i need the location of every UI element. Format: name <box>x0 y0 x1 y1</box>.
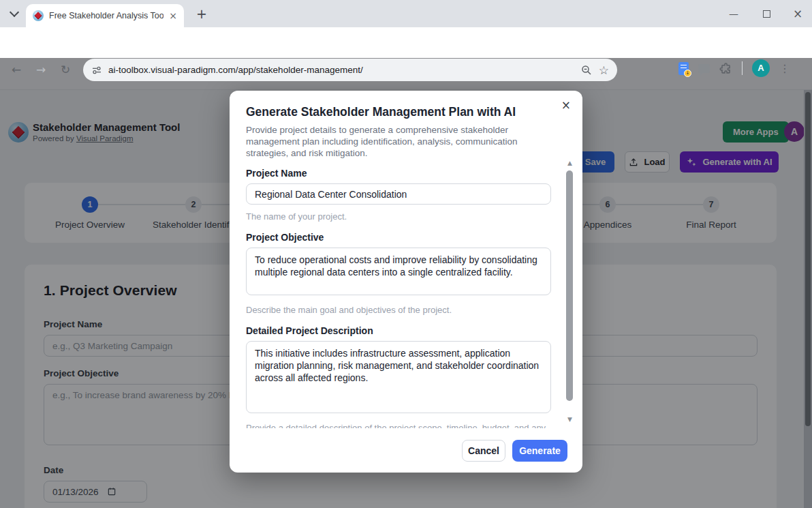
tab-title: Free Stakeholder Analysis Tool | <box>49 11 163 20</box>
modal-title: Generate Stakeholder Management Plan wit… <box>230 91 582 119</box>
browser-profile-avatar[interactable]: A <box>752 59 770 77</box>
tab-close-icon[interactable]: × <box>169 11 177 20</box>
extensions-puzzle-icon[interactable] <box>719 62 732 75</box>
extension-icons: ↓ A ⋮ <box>678 59 790 77</box>
toolbar-divider <box>742 61 743 75</box>
modal-project-name-helper: The name of your project. <box>246 211 551 222</box>
address-bar[interactable]: ai-toolbox.visual-paradigm.com/app/stake… <box>83 59 617 81</box>
reload-button[interactable]: ↻ <box>57 62 74 78</box>
generate-button[interactable]: Generate <box>512 440 567 462</box>
modal-close-icon[interactable]: × <box>561 100 571 111</box>
new-tab-button[interactable]: + <box>193 6 210 23</box>
tab-search-chevron-icon[interactable] <box>10 8 19 18</box>
modal-project-name-input[interactable] <box>246 183 551 205</box>
zoom-out-icon[interactable] <box>580 64 593 76</box>
browser-menu-icon[interactable]: ⋮ <box>779 62 790 75</box>
back-button[interactable]: ← <box>8 62 25 78</box>
modal-scroll-up-icon[interactable]: ▲ <box>567 160 572 166</box>
forward-button[interactable]: → <box>33 62 49 78</box>
url-text[interactable]: ai-toolbox.visual-paradigm.com/app/stake… <box>108 65 574 75</box>
comment-icon[interactable] <box>698 64 710 73</box>
generate-plan-modal: × Generate Stakeholder Management Plan w… <box>230 91 582 473</box>
tab-strip: Free Stakeholder Analysis Tool | × + — × <box>0 0 812 27</box>
window-minimize-button[interactable]: — <box>722 0 745 27</box>
tab-favicon <box>33 10 44 21</box>
docs-extension-icon[interactable]: ↓ <box>678 62 689 75</box>
window-close-button[interactable]: × <box>786 0 809 27</box>
modal-detailed-description-helper: Provide a detailed description of the pr… <box>246 422 551 428</box>
bookmark-star-icon[interactable]: ☆ <box>599 63 609 77</box>
modal-project-objective-helper: Describe the main goal and objectives of… <box>246 304 551 316</box>
modal-form: Project Name The name of your project. P… <box>230 155 582 428</box>
window-maximize-button[interactable] <box>755 0 778 27</box>
browser-window: Free Stakeholder Analysis Tool | × + — ×… <box>0 0 812 508</box>
modal-footer: Cancel Generate <box>230 428 582 473</box>
modal-project-objective-input[interactable]: To reduce operational costs and improve … <box>246 248 551 295</box>
browser-toolbar: ← → ↻ ai-toolbox.visual-paradigm.com/app… <box>0 27 812 58</box>
modal-scroll-down-icon[interactable]: ▼ <box>567 416 572 423</box>
modal-project-name-label: Project Name <box>246 168 551 179</box>
modal-scrollbar-thumb[interactable] <box>566 170 573 401</box>
modal-detailed-description-label: Detailed Project Description <box>246 325 551 336</box>
cancel-button[interactable]: Cancel <box>462 440 505 462</box>
modal-description: Provide project details to generate a co… <box>230 119 582 159</box>
modal-project-objective-label: Project Objective <box>246 232 551 243</box>
site-settings-icon[interactable] <box>91 65 102 76</box>
browser-tab[interactable]: Free Stakeholder Analysis Tool | × <box>26 4 184 27</box>
modal-detailed-description-input[interactable]: This initiative includes infrastructure … <box>246 341 551 413</box>
